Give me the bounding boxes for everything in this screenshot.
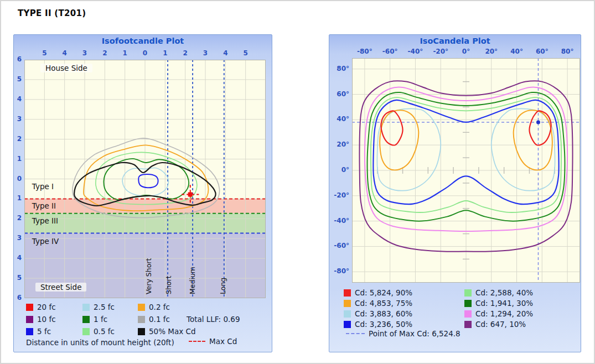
legend-label: Cd: 5,824, 90% [355, 288, 412, 297]
y-axis-tick-label: 5 [15, 274, 22, 282]
legend-caption: Distance in units of mount height (20ft) [26, 338, 174, 347]
y-axis-tick-label: 2 [15, 135, 22, 143]
legend-swatch [138, 304, 145, 311]
legend-item: Cd: 2,588, 40% [464, 288, 533, 297]
legend-item: Cd: 3,883, 60% [344, 309, 412, 318]
y-axis-tick-label: 60° [330, 90, 349, 98]
isocandela-panel: IsoCandela Plot -80°-60°-40°-20°0°20°40°… [329, 34, 581, 352]
point-of-max-cd-dot [536, 120, 540, 124]
zone-label: Type II [32, 201, 56, 210]
y-axis-tick-label: 5 [15, 75, 22, 83]
y-axis-tick-label: 80° [330, 65, 349, 72]
legend-item: Cd: 5,824, 90% [344, 288, 412, 297]
zone-label: Type IV [32, 237, 59, 246]
y-axis-tick-label: 6 [15, 55, 22, 63]
legend-swatch [344, 310, 351, 318]
legend-label: 20 fc [37, 303, 56, 311]
legend-item: 20 fc [26, 303, 56, 311]
legend-label: Cd: 3,883, 60% [355, 309, 412, 318]
legend-swatch [138, 316, 145, 323]
x-axis-tick-label: 40° [506, 48, 528, 55]
dashed-line-sample [346, 333, 365, 334]
y-axis-tick-label: -60° [330, 242, 349, 249]
legend-label: 0.2 fc [149, 303, 170, 311]
legend-label: 0.1 fc [149, 315, 170, 324]
report-page: TYPE II (T201) Isofootcandle Plot 543210… [0, 0, 595, 364]
x-axis-tick-label: 20° [480, 48, 503, 55]
legend-swatch [344, 300, 351, 307]
x-axis-tick-label: 60° [531, 48, 553, 55]
legend-label: 5 fc [37, 327, 51, 336]
max-cd-legend: Point of Max Cd: 6,524.8 [346, 329, 461, 338]
zone-label: Type I [32, 182, 54, 191]
legend-label: Cd: 2,588, 40% [475, 288, 533, 297]
legend-label: Cd: 3,236, 50% [355, 320, 412, 329]
legend-label: 10 fc [37, 315, 56, 324]
legend-swatch [464, 289, 472, 297]
x-axis-tick-label: -80° [354, 48, 376, 55]
y-axis-tick-label: -20° [330, 191, 349, 199]
y-axis-tick-label: -80° [330, 267, 349, 275]
legend-label: 50% Max Cd [149, 327, 196, 336]
max-cd-legend-label: Point of Max Cd: 6,524.8 [369, 329, 461, 338]
x-axis-tick-label: 2 [174, 49, 196, 57]
legend-swatch [26, 328, 33, 335]
legend-swatch [464, 310, 472, 318]
throw-distance-label: Short [164, 275, 173, 294]
y-axis-tick-label: 0° [330, 166, 349, 174]
throw-distance-label: Very Short [144, 258, 153, 294]
max-cd-legend-label: Max Cd [209, 337, 237, 346]
legend-item: 50% Max Cd [138, 327, 196, 336]
legend-swatch [26, 316, 33, 323]
isofootcandle-plot-title: Isofootcandle Plot [14, 37, 272, 45]
y-axis-tick-label: 20° [330, 141, 349, 148]
x-axis-tick-label: -40° [404, 48, 426, 55]
legend-item: Cd: 1,941, 30% [464, 299, 533, 308]
isocandela-plot-title: IsoCandela Plot [329, 37, 581, 45]
zone-label: Type III [32, 216, 58, 225]
legend-label: 1 fc [94, 315, 107, 324]
isocandela-svg [352, 58, 580, 283]
max-cd-legend: Max Cd [189, 337, 237, 346]
legend-item: 0.2 fc [138, 303, 170, 311]
legend-item: 1 fc [82, 315, 107, 324]
y-axis-tick-label: 6 [15, 294, 22, 301]
x-axis-tick-label: -60° [379, 48, 401, 55]
y-axis-tick-label: -40° [330, 217, 349, 225]
legend-item: 2.5 fc [82, 303, 115, 311]
x-axis-tick-label: 5 [33, 49, 55, 57]
y-axis-tick-label: 1 [15, 194, 22, 202]
legend-swatch [344, 289, 351, 297]
isofootcandle-panel: Isofootcandle Plot 543210123456543210123… [13, 34, 272, 352]
x-axis-tick-label: 1 [114, 49, 136, 57]
legend-item: Cd: 1,294, 20% [464, 309, 533, 318]
legend-item: 5 fc [26, 327, 51, 336]
legend-swatch [464, 321, 472, 328]
legend-item: Cd: 647, 10% [464, 320, 526, 329]
throw-distance-label: Medium [188, 267, 197, 294]
side-label: House Side [40, 64, 92, 72]
x-axis-tick-label: 0 [134, 49, 156, 57]
legend-item: Cd: 4,853, 75% [344, 299, 412, 308]
legend-swatch [26, 304, 33, 311]
x-axis-tick-label: 5 [235, 49, 257, 57]
legend-item: 0.1 fc [138, 315, 170, 324]
y-axis-tick-label: 4 [15, 95, 22, 103]
y-axis-tick-label: 3 [15, 234, 22, 242]
legend-label: Cd: 1,941, 30% [475, 299, 533, 308]
throw-distance-label: Long [219, 278, 227, 294]
legend-swatch [82, 316, 90, 323]
page-title: TYPE II (T201) [18, 8, 86, 18]
x-axis-tick-label: 3 [194, 49, 216, 57]
side-label: Street Side [35, 283, 87, 292]
x-axis-tick-label: 4 [214, 49, 236, 57]
x-axis-tick-label: 1 [154, 49, 176, 57]
legend-label: 2.5 fc [94, 303, 115, 311]
legend-item: 0.5 fc [82, 327, 115, 336]
y-axis-tick-label: 40° [330, 115, 349, 123]
x-axis-tick-label: 80° [556, 48, 578, 55]
legend-swatch [344, 321, 351, 328]
y-axis-tick-label: 1 [15, 155, 22, 163]
total-llf-note: Total LLF: 0.69 [187, 315, 240, 324]
y-axis-tick-label: 3 [15, 115, 22, 123]
